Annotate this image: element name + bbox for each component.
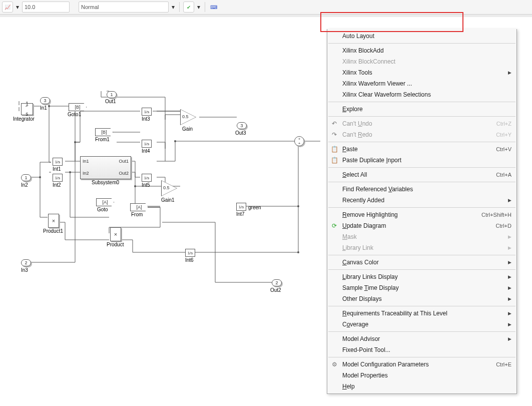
plot-icon[interactable]: 📈 [2, 2, 13, 13]
mode-dropdown-arrow[interactable]: ▾ [171, 2, 176, 12]
signal-wires [0, 17, 532, 18]
simulation-mode-dropdown[interactable]: Normal [79, 2, 169, 13]
keyboard-icon[interactable]: ⌨ [209, 2, 219, 12]
model-canvas[interactable]: 3 In1 1 In2 2 In3 1 Out1 2 Out2 3 Out3 1… [0, 17, 532, 18]
toolbar-dropdown[interactable]: ▾ [15, 2, 20, 12]
check-dropdown[interactable]: ▾ [196, 2, 201, 12]
check-icon[interactable]: ✔ [183, 2, 194, 13]
toolbar: 📈 ▾ 10.0 Normal ▾ ✔ ▾ ⌨ [0, 0, 532, 15]
simulation-time-field[interactable]: 10.0 [22, 2, 70, 13]
